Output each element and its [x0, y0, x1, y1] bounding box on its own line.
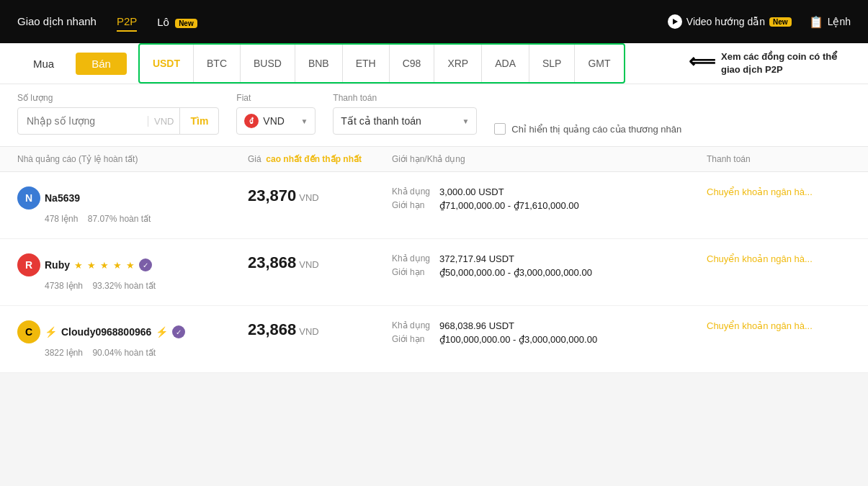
advertiser-stats-3: 3822 lệnh 90.04% hoàn tất	[45, 348, 248, 358]
fiat-select[interactable]: ₫ VND ▼	[236, 107, 316, 135]
payment-label: Thanh toán	[333, 93, 477, 103]
coin-tooltip: ⟸ Xem các đồng coin có thể giao dịch P2P	[680, 43, 868, 84]
star-icon-3: ★	[100, 260, 109, 271]
sell-button[interactable]: Bán	[76, 53, 127, 75]
star-icon-4: ★	[113, 260, 122, 271]
advertiser-col-1: N Na5639 478 lệnh 87.07% hoàn tất	[17, 186, 248, 224]
star-icon-1: ★	[74, 260, 83, 271]
table-header: Nhà quảng cáo (Tỷ lệ hoàn tất) Giá cao n…	[0, 147, 868, 172]
bolt-icon-right: ⚡	[156, 326, 168, 338]
amount-suffix: VND	[148, 116, 179, 127]
coin-tab-eth[interactable]: ETH	[343, 45, 390, 82]
nav-item-lo[interactable]: Lô New	[157, 13, 197, 31]
coin-tab-c98[interactable]: C98	[390, 45, 435, 82]
payment-col-2: Chuyển khoản ngân hà...	[707, 253, 851, 264]
advertiser-name-3[interactable]: Cloudy0968800966	[61, 326, 151, 338]
advertiser-name-2[interactable]: Ruby	[45, 259, 70, 271]
star-icon-2: ★	[87, 260, 96, 271]
doc-icon: 📋	[809, 15, 823, 29]
advertiser-name-row-1: N Na5639	[17, 186, 248, 210]
price-col-3: 23,868VND	[248, 320, 392, 339]
price-sort-label[interactable]: cao nhất đến thấp nhất	[266, 154, 362, 164]
price-value-3: 23,868	[248, 320, 296, 338]
coin-tab-xrp[interactable]: XRP	[434, 45, 482, 82]
price-currency-2: VND	[299, 259, 318, 270]
available-val-2: 372,717.94 USDT	[439, 253, 514, 264]
coin-tab-slp[interactable]: SLP	[529, 45, 575, 82]
nav-item-p2p[interactable]: P2P	[117, 12, 137, 32]
bolt-icon-left: ⚡	[45, 326, 57, 338]
advertiser-col-2: R Ruby ★ ★ ★ ★ ★ ✓ 4738 lệnh 93.32% hoàn…	[17, 253, 248, 291]
table-row: R Ruby ★ ★ ★ ★ ★ ✓ 4738 lệnh 93.32% hoàn…	[0, 239, 868, 306]
find-button[interactable]: Tìm	[179, 107, 218, 135]
available-key-1: Khả dụng	[392, 186, 435, 197]
verified-icon-3: ✓	[172, 325, 185, 338]
price-col-1: 23,870VND	[248, 186, 392, 205]
payment-select[interactable]: Tất cả thanh toán ▼	[333, 107, 477, 135]
amount-input-wrap: VND Tìm	[17, 107, 219, 135]
limit-key-3: Giới hạn	[392, 334, 435, 345]
limit-key-2: Giới hạn	[392, 267, 435, 278]
coin-tab-ada[interactable]: ADA	[482, 45, 529, 82]
payment-filter-group: Thanh toán Tất cả thanh toán ▼	[333, 93, 477, 135]
limits-col-1: Khả dụng 3,000.00 USDT Giới hạn ₫71,000,…	[392, 186, 707, 211]
advertiser-col-3: C ⚡ Cloudy0968800966 ⚡ ✓ 3822 lệnh 90.04…	[17, 320, 248, 358]
coin-tab-bnb[interactable]: BNB	[295, 45, 343, 82]
th-payment: Thanh toán	[707, 154, 851, 164]
limits-col-2: Khả dụng 372,717.94 USDT Giới hạn ₫50,00…	[392, 253, 707, 278]
video-badge: New	[769, 17, 792, 27]
th-advertiser: Nhà quảng cáo (Tỷ lệ hoàn tất)	[17, 154, 248, 164]
video-guide-label: Video hướng dẫn	[686, 16, 765, 27]
payment-link-3[interactable]: Chuyển khoản ngân hà...	[707, 320, 851, 331]
fiat-value: VND	[263, 115, 296, 127]
payment-col-3: Chuyển khoản ngân hà...	[707, 320, 851, 331]
coin-tab-usdt[interactable]: USDT	[140, 45, 194, 82]
payment-link-2[interactable]: Chuyển khoản ngân hà...	[707, 253, 851, 264]
coin-tab-btc[interactable]: BTC	[194, 45, 241, 82]
advertiser-name-row-3: C ⚡ Cloudy0968800966 ⚡ ✓	[17, 320, 248, 343]
tooltip-text: Xem các đồng coin có thể giao dịch P2P	[721, 50, 851, 76]
merchant-check-label: Chỉ hiển thị quảng cáo của thương nhân	[511, 124, 681, 135]
available-val-3: 968,038.96 USDT	[439, 320, 514, 331]
price-value-2: 23,868	[248, 253, 296, 271]
coin-tabs: USDT BTC BUSD BNB ETH C98 XRP ADA SLP GM…	[138, 43, 625, 84]
payment-chevron-icon: ▼	[462, 117, 469, 125]
table-row: N Na5639 478 lệnh 87.07% hoàn tất 23,870…	[0, 172, 868, 239]
table-body: N Na5639 478 lệnh 87.07% hoàn tất 23,870…	[0, 172, 868, 373]
limit-val-2: ₫50,000,000.00 - ₫3,000,000,000.00	[439, 267, 592, 278]
price-currency-1: VND	[299, 192, 318, 203]
top-navigation: Giao dịch nhanh P2P Lô New Video hướng d…	[0, 0, 868, 43]
amount-input[interactable]	[18, 115, 148, 127]
limit-val-1: ₫71,000,000.00 - ₫71,610,000.00	[439, 200, 579, 211]
lenh-button[interactable]: 📋 Lệnh	[809, 15, 851, 29]
lenh-label: Lệnh	[828, 16, 851, 27]
amount-label: Số lượng	[17, 93, 219, 103]
payment-value: Tất cả thanh toán	[341, 115, 457, 127]
th-price: Giá cao nhất đến thấp nhất	[248, 154, 392, 164]
arrow-back-icon: ⟸	[689, 50, 715, 73]
video-guide-button[interactable]: Video hướng dẫn New	[668, 14, 792, 29]
advertiser-name-row-2: R Ruby ★ ★ ★ ★ ★ ✓	[17, 253, 248, 276]
nav-item-giao-dich-nhanh[interactable]: Giao dịch nhanh	[17, 12, 97, 31]
verified-icon-2: ✓	[139, 258, 152, 271]
amount-filter-group: Số lượng VND Tìm	[17, 93, 219, 135]
available-key-3: Khả dụng	[392, 320, 435, 331]
limit-val-3: ₫100,000,000.00 - ₫3,000,000,000.00	[439, 334, 597, 345]
filter-area: Số lượng VND Tìm Fiat ₫ VND ▼ Thanh toán…	[0, 84, 868, 147]
payment-link-1[interactable]: Chuyển khoản ngân hà...	[707, 186, 851, 197]
price-currency-3: VND	[299, 326, 318, 337]
fiat-filter-group: Fiat ₫ VND ▼	[236, 93, 316, 135]
advertiser-stats-1: 478 lệnh 87.07% hoàn tất	[45, 214, 248, 224]
coin-tab-gmt[interactable]: GMT	[575, 45, 623, 82]
price-value-1: 23,870	[248, 186, 296, 204]
merchant-checkbox[interactable]	[494, 123, 506, 135]
buy-button[interactable]: Mua	[17, 53, 70, 75]
buy-sell-group: Mua Bán	[17, 43, 127, 84]
advertiser-name-1[interactable]: Na5639	[45, 192, 80, 204]
fiat-label: Fiat	[236, 93, 316, 103]
limits-col-3: Khả dụng 968,038.96 USDT Giới hạn ₫100,0…	[392, 320, 707, 345]
avatar-2: R	[17, 253, 40, 276]
limit-key-1: Giới hạn	[392, 200, 435, 211]
coin-tab-busd[interactable]: BUSD	[241, 45, 295, 82]
payment-col-1: Chuyển khoản ngân hà...	[707, 186, 851, 197]
